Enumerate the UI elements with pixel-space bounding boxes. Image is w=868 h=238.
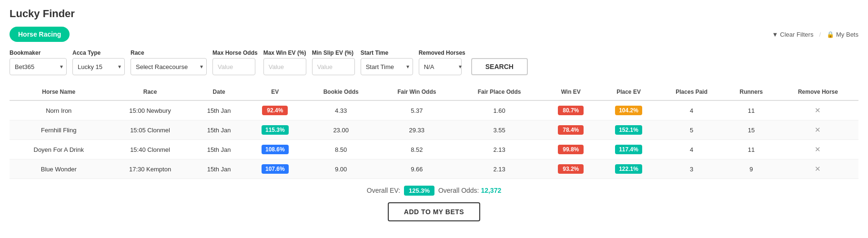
table-row: Fernhill Fling 15:05 Clonmel 15th Jan 11…: [10, 120, 858, 140]
overall-ev-value: 125.3%: [404, 186, 434, 196]
removed-horses-select[interactable]: N/A: [419, 58, 462, 75]
win-ev-badge: 93.2%: [558, 164, 584, 174]
cell-remove[interactable]: ✕: [777, 140, 858, 159]
search-filter-group: _ SEARCH: [471, 50, 528, 75]
col-ev: EV: [246, 84, 305, 100]
place-ev-badge: 152.1%: [615, 125, 642, 135]
cell-fair-win-odds: 5.37: [377, 100, 456, 120]
cell-remove[interactable]: ✕: [777, 120, 858, 140]
col-fair-place-odds: Fair Place Odds: [456, 84, 542, 100]
remove-icon[interactable]: ✕: [815, 145, 821, 153]
win-ev-badge: 78.4%: [558, 125, 584, 135]
cell-horse-name: Fernhill Fling: [10, 120, 108, 140]
race-label: Race: [131, 50, 207, 56]
ev-badge: 108.6%: [262, 145, 289, 154]
page-title: Lucky Finder: [10, 8, 858, 20]
add-to-my-bets-button[interactable]: ADD TO MY BETS: [388, 202, 480, 221]
acca-type-label: Acca Type: [72, 50, 125, 56]
my-bets-label: My Bets: [836, 31, 858, 38]
cell-place-ev: 117.4%: [599, 140, 658, 159]
race-filter: Race Select Racecourse: [131, 50, 207, 75]
cell-date: 15th Jan: [192, 100, 246, 120]
col-remove-horse: Remove Horse: [777, 84, 858, 100]
cell-fair-place-odds: 3.55: [456, 120, 542, 140]
ev-badge: 92.4%: [262, 106, 288, 115]
cell-fair-place-odds: 1.60: [456, 100, 542, 120]
removed-horses-filter: Removed Horses N/A: [419, 50, 465, 75]
min-slip-ev-label: Min Slip EV (%): [312, 50, 355, 56]
cell-win-ev: 78.4%: [543, 120, 599, 140]
cell-date: 15th Jan: [192, 140, 246, 159]
start-time-select[interactable]: Start Time Next Hour Today: [361, 58, 413, 75]
cell-bookie-odds: 4.33: [304, 100, 377, 120]
cell-horse-name: Blue Wonder: [10, 159, 108, 179]
place-ev-badge: 117.4%: [615, 145, 642, 154]
place-ev-badge: 104.2%: [615, 106, 642, 115]
cell-fair-win-odds: 9.66: [377, 159, 456, 179]
acca-type-select[interactable]: Lucky 15 Lucky 31 Lucky 63 Trixie Patent…: [72, 58, 125, 75]
cell-places-paid: 5: [658, 120, 725, 140]
cell-remove[interactable]: ✕: [777, 159, 858, 179]
overall-odds-value: 12,372: [481, 187, 501, 194]
table-header: Horse Name Race Date EV Bookie Odds Fair…: [10, 84, 858, 100]
search-button[interactable]: SEARCH: [471, 58, 528, 75]
overall-odds-label: Overall Odds:: [438, 187, 479, 194]
cell-runners: 11: [725, 100, 777, 120]
cell-bookie-odds: 23.00: [304, 120, 377, 140]
cell-fair-win-odds: 29.33: [377, 120, 456, 140]
max-win-ev-input[interactable]: [263, 58, 306, 75]
cell-fair-place-odds: 2.13: [456, 159, 542, 179]
col-place-ev: Place EV: [599, 84, 658, 100]
cell-bookie-odds: 8.50: [304, 140, 377, 159]
removed-horses-label: Removed Horses: [419, 50, 465, 56]
horse-racing-button[interactable]: Horse Racing: [10, 27, 70, 42]
cell-date: 15th Jan: [192, 120, 246, 140]
clear-filters-label: Clear Filters: [780, 31, 813, 38]
cell-remove[interactable]: ✕: [777, 100, 858, 120]
win-ev-badge: 80.7%: [558, 106, 584, 115]
min-slip-ev-input[interactable]: [312, 58, 355, 75]
cell-runners: 11: [725, 140, 777, 159]
place-ev-badge: 122.1%: [615, 164, 642, 174]
lock-icon: 🔒: [827, 31, 834, 38]
cell-place-ev: 104.2%: [599, 100, 658, 120]
max-horse-odds-input[interactable]: [212, 58, 255, 75]
col-horse-name: Horse Name: [10, 84, 108, 100]
race-select[interactable]: Select Racecourse: [131, 58, 207, 75]
bookmaker-select[interactable]: Bet365 Betfair William Hill Ladbrokes: [10, 58, 67, 75]
cell-place-ev: 122.1%: [599, 159, 658, 179]
clear-filters-button[interactable]: ▼ Clear Filters: [772, 31, 813, 38]
remove-icon[interactable]: ✕: [815, 126, 821, 134]
cell-fair-place-odds: 2.13: [456, 140, 542, 159]
col-fair-win-odds: Fair Win Odds: [377, 84, 456, 100]
col-race: Race: [108, 84, 192, 100]
col-win-ev: Win EV: [543, 84, 599, 100]
overall-ev-label: Overall EV:: [367, 187, 400, 194]
cell-date: 15th Jan: [192, 159, 246, 179]
acca-type-filter: Acca Type Lucky 15 Lucky 31 Lucky 63 Tri…: [72, 50, 125, 75]
filters-row: Bookmaker Bet365 Betfair William Hill La…: [10, 50, 858, 75]
min-slip-ev-filter: Min Slip EV (%): [312, 50, 355, 75]
removed-horses-select-wrapper: N/A: [419, 58, 465, 75]
remove-icon[interactable]: ✕: [815, 106, 821, 114]
cell-win-ev: 93.2%: [543, 159, 599, 179]
cell-win-ev: 80.7%: [543, 100, 599, 120]
summary-row: Overall EV: 125.3% Overall Odds: 12,372: [10, 186, 858, 196]
my-bets-button[interactable]: 🔒 My Bets: [827, 31, 858, 38]
cell-race: 15:05 Clonmel: [108, 120, 192, 140]
table-row: Blue Wonder 17:30 Kempton 15th Jan 107.6…: [10, 159, 858, 179]
cell-places-paid: 3: [658, 159, 725, 179]
divider: /: [819, 31, 821, 38]
max-win-ev-filter: Max Win EV (%): [263, 50, 306, 75]
cell-race: 15:00 Newbury: [108, 100, 192, 120]
start-time-filter: Start Time Start Time Next Hour Today: [361, 50, 413, 75]
cell-win-ev: 99.8%: [543, 140, 599, 159]
race-select-wrapper: Select Racecourse: [131, 58, 207, 75]
cell-places-paid: 4: [658, 100, 725, 120]
cell-race: 17:30 Kempton: [108, 159, 192, 179]
cell-bookie-odds: 9.00: [304, 159, 377, 179]
max-win-ev-label: Max Win EV (%): [263, 50, 306, 56]
remove-icon[interactable]: ✕: [815, 165, 821, 173]
ev-badge: 107.6%: [262, 164, 289, 174]
top-bar: Horse Racing ▼ Clear Filters / 🔒 My Bets: [10, 27, 858, 42]
